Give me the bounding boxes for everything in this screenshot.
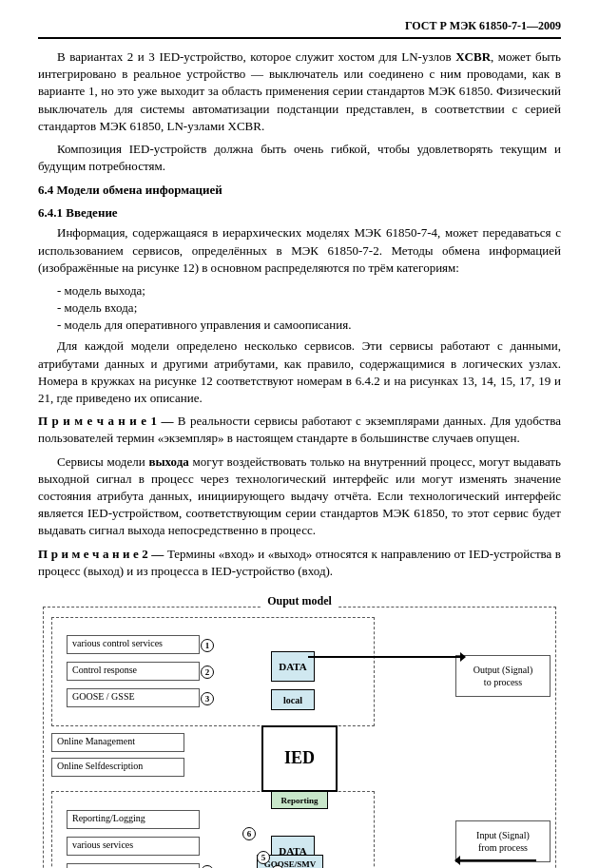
arrow-input xyxy=(460,859,536,861)
circle-3: 3 xyxy=(201,692,214,705)
svc-goose-top-box: GOOSE / GSSE xyxy=(67,688,200,707)
note2-label: П р и м е ч а н и е 2 — xyxy=(38,547,164,561)
paragraph-5: Сервисы модели выхода могут воздействова… xyxy=(38,453,561,540)
dash-item-3: - модель для оперативного управления и с… xyxy=(57,317,561,334)
output-zone: various control services Control respons… xyxy=(51,617,375,726)
svc-ctrl-resp-box: Control response xyxy=(67,662,200,681)
input-signal-box: Input (Signal)from process xyxy=(455,820,551,862)
dash-item-2: - модель входа; xyxy=(57,299,561,317)
circle-2: 2 xyxy=(201,665,214,679)
paragraph-1: В вариантах 2 и 3 IED-устройство, которо… xyxy=(38,48,561,135)
circle-1: 1 xyxy=(201,639,214,652)
reporting-box: Reporting xyxy=(271,790,328,809)
diagram-wrapper: Ouput model various control services Con… xyxy=(38,591,561,868)
dash-item-1: - модель выхода; xyxy=(57,282,561,299)
svc-goose-bot-box: GOOSE / SMV xyxy=(67,863,200,868)
note-1: П р и м е ч а н и е 1 — В реальности сер… xyxy=(38,413,561,447)
section-title: 6.4 Модели обмена информацией xyxy=(38,183,561,198)
arrow-output xyxy=(308,656,460,658)
note-2: П р и м е ч а н и е 2 — Термины «вход» и… xyxy=(38,546,561,580)
dash-list: - модель выхода; - модель входа; - модел… xyxy=(57,282,561,335)
paragraph-4: Для каждой модели определено несколько с… xyxy=(38,338,561,407)
circle-6: 6 xyxy=(242,827,256,840)
output-signal-box: Output (Signal)to process xyxy=(455,655,551,697)
svc-online-self-box: Online Selfdescription xyxy=(51,758,184,777)
input-zone: Reporting/Logging various services GOOSE… xyxy=(51,791,375,868)
local-box: local xyxy=(271,689,315,710)
paragraph-3: Информация, содержащаяся в иерархических… xyxy=(38,224,561,277)
note1-label: П р и м е ч а н и е 1 — xyxy=(38,414,173,428)
svc-reporting-box: Reporting/Logging xyxy=(67,810,200,829)
diagram: Ouput model various control services Con… xyxy=(43,607,556,868)
header: ГОСТ Р МЭК 61850-7-1—2009 xyxy=(38,19,561,39)
circle-5: 5 xyxy=(257,851,270,864)
document-title: ГОСТ Р МЭК 61850-7-1—2009 xyxy=(38,19,561,39)
svc-various-box: various services xyxy=(67,837,200,856)
svc-control-box: various control services xyxy=(67,635,200,654)
svc-online-mgmt-box: Online Management xyxy=(51,733,184,752)
paragraph-2: Композиция IED-устройств должна быть оче… xyxy=(38,141,561,175)
ied-box: IED xyxy=(261,725,338,792)
subsection-title: 6.4.1 Введение xyxy=(38,205,561,221)
output-model-label: Ouput model xyxy=(261,594,338,608)
